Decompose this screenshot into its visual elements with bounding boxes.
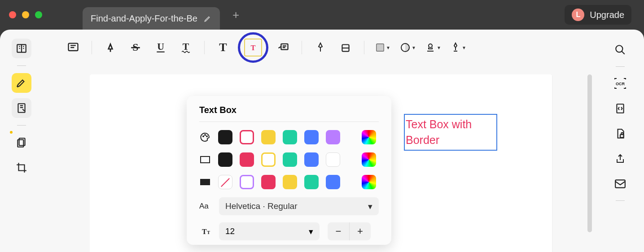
pen-tool[interactable] <box>310 37 331 58</box>
border-color-row <box>199 152 379 167</box>
reader-mode-button[interactable] <box>12 39 31 58</box>
strikethrough-tool[interactable]: S <box>125 37 146 58</box>
svg-text:U: U <box>157 42 164 52</box>
title-bar: Find-and-Apply-For-the-Be + L Upgrade <box>0 0 644 30</box>
svg-text:T: T <box>202 228 207 235</box>
tab-title: Find-and-Apply-For-the-Be <box>91 13 197 24</box>
fill-color-blue[interactable] <box>326 175 340 189</box>
border-color-black[interactable] <box>218 152 232 167</box>
border-color-teal[interactable] <box>283 152 297 167</box>
squiggly-tool[interactable]: T <box>175 37 196 58</box>
font-selector-row: Aa Helvetica · Regular ▾ <box>199 197 379 215</box>
border-icon <box>199 156 211 163</box>
svg-rect-20 <box>201 156 210 163</box>
text-color-black[interactable] <box>218 130 232 144</box>
svg-text:OCR: OCR <box>616 82 625 86</box>
toolbar-separator <box>364 41 364 54</box>
svg-rect-14 <box>377 44 384 52</box>
text-color-custom[interactable] <box>362 130 376 144</box>
chevron-down-icon: ▼ <box>412 45 416 50</box>
marker-tool[interactable] <box>100 37 121 58</box>
underline-tool[interactable]: U <box>150 37 171 58</box>
svg-text:T: T <box>183 42 189 52</box>
text-color-purple[interactable] <box>326 130 340 144</box>
ellipse-tool[interactable]: ▼ <box>398 37 418 58</box>
callout-tool[interactable] <box>273 37 294 58</box>
text-color-pink[interactable] <box>240 130 254 144</box>
ocr-button[interactable]: OCR <box>612 75 629 92</box>
user-avatar: L <box>572 9 584 21</box>
maximize-window-button[interactable] <box>35 11 42 18</box>
new-tab-button[interactable]: + <box>232 8 239 22</box>
lock-document-button[interactable] <box>612 125 629 142</box>
vertical-scrollbar[interactable] <box>587 74 592 232</box>
font-size-select[interactable]: 12 ▾ <box>219 222 320 240</box>
svg-point-18 <box>205 135 206 135</box>
font-select[interactable]: Helvetica · Regular ▾ <box>219 197 379 215</box>
pages-tool-button[interactable] <box>12 133 31 152</box>
svg-rect-27 <box>620 135 624 138</box>
upgrade-label: Upgrade <box>590 10 624 20</box>
text-color-row <box>199 130 379 144</box>
share-button[interactable] <box>612 150 629 167</box>
fill-icon <box>199 179 211 185</box>
decrease-size-button[interactable]: − <box>328 222 349 240</box>
upgrade-button[interactable]: L Upgrade <box>565 5 631 25</box>
close-window-button[interactable] <box>9 11 16 18</box>
sidebar-separator <box>17 65 26 66</box>
border-color-pink[interactable] <box>240 152 254 167</box>
palette-icon <box>199 132 211 143</box>
eraser-tool[interactable] <box>335 37 356 58</box>
svg-text:T: T <box>207 230 210 235</box>
text-box-tool[interactable]: T <box>238 32 268 63</box>
window-controls <box>9 11 42 18</box>
edit-tab-icon[interactable] <box>204 14 212 22</box>
fill-color-row <box>199 175 379 189</box>
comment-tool[interactable] <box>63 37 83 58</box>
svg-text:T: T <box>219 42 227 53</box>
text-box-popover: Text Box <box>187 96 391 245</box>
fill-color-pink[interactable] <box>261 175 276 189</box>
crop-tool-button[interactable] <box>12 158 31 178</box>
minimize-window-button[interactable] <box>22 11 29 18</box>
toolbar-separator <box>204 41 205 54</box>
fill-color-teal[interactable] <box>304 175 319 189</box>
svg-point-17 <box>203 136 204 137</box>
chevron-down-icon: ▼ <box>437 45 441 50</box>
svg-point-19 <box>206 136 207 137</box>
text-tool[interactable]: T <box>213 37 233 58</box>
text-color-yellow[interactable] <box>261 130 276 144</box>
text-color-teal[interactable] <box>283 130 297 144</box>
fill-color-yellow[interactable] <box>283 175 297 189</box>
text-color-blue[interactable] <box>304 130 319 144</box>
convert-button[interactable] <box>612 100 629 117</box>
chevron-down-icon: ▼ <box>462 45 466 50</box>
border-color-custom[interactable] <box>362 152 376 167</box>
svg-rect-8 <box>157 52 164 52</box>
chevron-down-icon: ▼ <box>386 45 390 50</box>
sidebar-separator <box>616 200 625 201</box>
border-color-white[interactable] <box>326 152 340 167</box>
signature-tool[interactable]: ▼ <box>448 37 469 58</box>
border-color-blue[interactable] <box>304 152 319 167</box>
fill-color-custom[interactable] <box>362 175 376 189</box>
highlight-tool-button[interactable] <box>12 73 31 93</box>
sidebar-separator <box>616 66 625 67</box>
fill-color-none[interactable] <box>218 175 232 189</box>
right-sidebar: OCR <box>596 30 644 252</box>
svg-rect-12 <box>281 44 288 50</box>
border-color-yellow[interactable] <box>261 152 276 167</box>
text-box-annotation[interactable]: Text Box with Border <box>404 114 497 151</box>
svg-rect-21 <box>200 179 210 185</box>
increase-size-button[interactable]: + <box>349 222 371 240</box>
document-tab[interactable]: Find-and-Apply-For-the-Be <box>83 7 220 30</box>
workspace: S U T T T ▼ <box>0 30 644 252</box>
stamp-tool[interactable]: ▼ <box>423 37 443 58</box>
font-label-icon: Aa <box>199 202 211 211</box>
font-size-stepper: − + <box>328 222 371 240</box>
mail-button[interactable] <box>612 175 629 192</box>
shape-tool[interactable]: ▼ <box>372 37 393 58</box>
annotate-tool-button[interactable] <box>12 98 31 118</box>
search-button[interactable] <box>612 41 629 58</box>
fill-color-outline[interactable] <box>240 175 254 189</box>
